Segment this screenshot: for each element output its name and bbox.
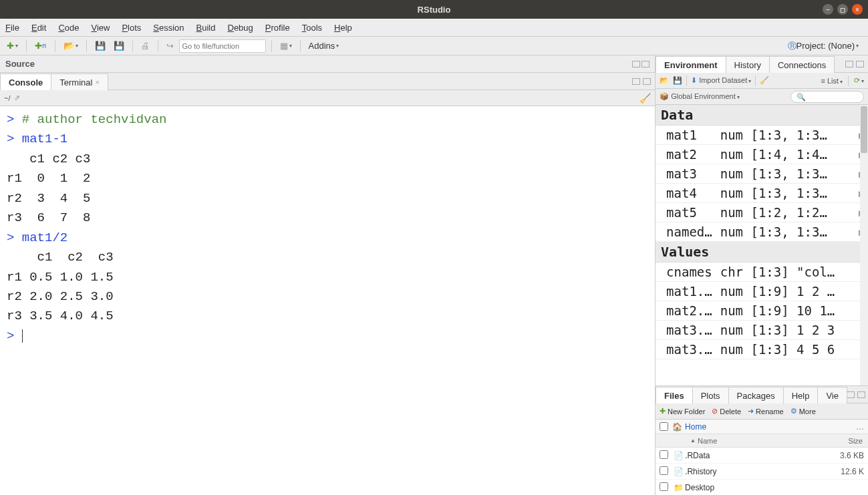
col-size-label[interactable]: Size — [836, 437, 868, 445]
save-all-button[interactable]: 💾 — [111, 39, 127, 52]
menu-plots[interactable]: Plots — [122, 23, 141, 33]
separator — [271, 40, 272, 52]
env-row[interactable]: mat3num [1:3, 1:3…▦ — [656, 164, 868, 184]
environment-search-input[interactable] — [790, 91, 864, 103]
env-row[interactable]: mat1.…num [1:9] 1 2 … — [656, 282, 868, 301]
grid-button[interactable]: ▦▾ — [277, 39, 295, 52]
menu-profile[interactable]: Profile — [265, 23, 290, 33]
tab-environment[interactable]: Environment — [656, 56, 726, 73]
file-size: 12.6 K — [836, 467, 868, 476]
pane-layout-icon[interactable] — [632, 61, 640, 67]
new-project-button[interactable]: ✚R — [32, 39, 49, 52]
scrollbar-thumb[interactable] — [861, 106, 867, 153]
addins-button[interactable]: Addins▾ — [306, 39, 342, 52]
new-file-button[interactable]: ✚▾ — [4, 39, 21, 52]
delete-button[interactable]: ⊘Delete — [712, 407, 741, 416]
menu-session[interactable]: Session — [153, 23, 184, 33]
env-row[interactable]: mat2num [1:4, 1:4…▦ — [656, 145, 868, 164]
file-checkbox[interactable] — [660, 482, 668, 491]
home-link[interactable]: Home — [685, 422, 706, 432]
goto-file-input[interactable] — [179, 39, 266, 53]
console-popout-icon[interactable]: ⇗ — [14, 94, 20, 102]
menu-help[interactable]: Help — [334, 23, 352, 33]
source-pane-title: Source — [5, 59, 35, 69]
pane-layout-icon[interactable] — [845, 61, 853, 67]
file-row[interactable]: 📁Desktop — [656, 480, 868, 495]
menu-view[interactable]: View — [91, 23, 110, 33]
menu-edit[interactable]: Edit — [31, 23, 46, 33]
file-row[interactable]: 📄.RData3.6 KB — [656, 448, 868, 464]
pane-maximize-icon[interactable] — [641, 61, 649, 67]
file-checkbox[interactable] — [660, 450, 668, 459]
files-list[interactable]: 📄.RData3.6 KB📄.Rhistory12.6 K📁Desktop — [656, 448, 868, 495]
tab-terminal[interactable]: Terminal× — [51, 73, 108, 90]
file-row[interactable]: 📄.Rhistory12.6 K — [656, 464, 868, 480]
menu-tools[interactable]: Tools — [302, 23, 322, 33]
tab-help[interactable]: Help — [783, 387, 819, 403]
tab-console[interactable]: Console — [0, 73, 51, 90]
scrollbar[interactable] — [860, 105, 868, 385]
load-workspace-icon[interactable]: 📂 — [660, 76, 669, 85]
more-button[interactable]: ⚙More — [790, 407, 816, 416]
separator — [158, 40, 158, 52]
env-row[interactable]: mat5num [1:2, 1:2…▦ — [656, 203, 868, 222]
menu-code[interactable]: Code — [58, 23, 79, 33]
menu-file[interactable]: File — [5, 23, 19, 33]
environment-scope-bar: 📦 Global Environment▾ — [656, 89, 868, 105]
environment-list[interactable]: Data mat1num [1:3, 1:3…▦mat2num [1:4, 1:… — [656, 105, 868, 385]
list-view-button[interactable]: ≡ List▾ — [821, 77, 843, 85]
file-checkbox[interactable] — [660, 466, 668, 475]
pane-maximize-icon[interactable] — [857, 391, 865, 398]
tab-plots[interactable]: Plots — [692, 387, 729, 403]
pane-maximize-icon[interactable] — [643, 78, 651, 85]
env-row[interactable]: mat2.…num [1:9] 10 1… — [656, 301, 868, 321]
file-name: .Rhistory — [685, 467, 836, 476]
env-row[interactable]: mat3.…num [1:3] 4 5 6 — [656, 340, 868, 359]
tab-viewer[interactable]: Vie — [817, 387, 847, 403]
more-path-icon[interactable]: … — [856, 422, 864, 432]
clear-objects-icon[interactable]: 🧹 — [760, 76, 769, 85]
console-sub-toolbar: ~/ ⇗ 🧹 — [0, 90, 655, 106]
separator — [26, 40, 27, 52]
menubar: File Edit Code View Plots Session Build … — [0, 19, 868, 37]
menu-debug[interactable]: Debug — [228, 23, 253, 33]
home-icon[interactable]: 🏠 — [672, 422, 682, 432]
env-row[interactable]: mat3.…num [1:3] 1 2 3 — [656, 321, 868, 340]
tab-connections[interactable]: Connections — [769, 56, 835, 73]
pane-layout-icon[interactable] — [632, 78, 640, 85]
tab-history[interactable]: History — [726, 56, 770, 73]
console-output[interactable]: > # author techvidvan> mat1-1 c1 c2 c3r1… — [0, 106, 655, 495]
window-close-button[interactable]: × — [852, 4, 863, 15]
scope-selector[interactable]: 📦 Global Environment▾ — [660, 92, 740, 101]
new-folder-button[interactable]: ✚New Folder — [660, 407, 705, 416]
col-name-label: Name — [698, 437, 717, 445]
window-minimize-button[interactable]: – — [823, 4, 833, 15]
print-button[interactable]: 🖨 — [138, 39, 152, 52]
main-toolbar: ✚▾ ✚R 📂▾ 💾 💾 🖨 ↪ ▦▾ Addins▾ Ⓡ Project: (… — [0, 37, 868, 55]
open-file-button[interactable]: 📂▾ — [61, 39, 81, 52]
select-all-checkbox[interactable] — [660, 422, 668, 431]
env-row[interactable]: mat4num [1:3, 1:3…▦ — [656, 184, 868, 203]
rename-button[interactable]: ➜Rename — [748, 407, 784, 416]
file-name: .RData — [685, 451, 836, 460]
refresh-icon[interactable]: ⟳▾ — [854, 76, 864, 85]
import-dataset-button[interactable]: ⬇ Import Dataset▾ — [691, 76, 751, 85]
tab-packages[interactable]: Packages — [728, 387, 784, 403]
file-icon: 📄 — [672, 467, 685, 476]
source-pane-header: Source — [0, 55, 655, 73]
window-maximize-button[interactable]: ◻ — [837, 4, 848, 15]
save-button[interactable]: 💾 — [92, 39, 108, 52]
folder-icon: 📁 — [672, 483, 685, 492]
clear-console-icon[interactable]: 🧹 — [639, 93, 651, 104]
pane-layout-icon[interactable] — [847, 391, 855, 398]
project-menu[interactable]: Ⓡ Project: (None) ▾ — [785, 39, 861, 53]
env-row[interactable]: cnameschr [1:3] "col… — [656, 263, 868, 282]
tab-files[interactable]: Files — [656, 387, 693, 403]
close-icon[interactable]: × — [95, 78, 99, 86]
pane-maximize-icon[interactable] — [856, 61, 864, 67]
save-workspace-icon[interactable]: 💾 — [673, 76, 682, 85]
env-row[interactable]: mat1num [1:3, 1:3…▦ — [656, 126, 868, 145]
menu-build[interactable]: Build — [196, 23, 216, 33]
env-row[interactable]: named…num [1:3, 1:3…▦ — [656, 222, 868, 242]
rdata-icon: 📄 — [672, 451, 685, 460]
